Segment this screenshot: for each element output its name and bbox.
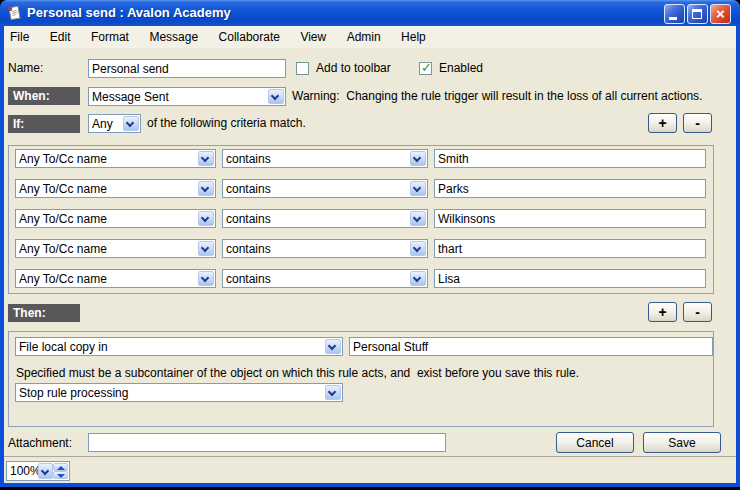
criteria-field-value: Any To/Cc name <box>19 151 107 167</box>
criteria-field-select[interactable]: Any To/Cc name <box>15 239 216 258</box>
combo-button <box>198 241 214 256</box>
criteria-operator-select[interactable]: contains <box>222 149 428 168</box>
menu-bar: File Edit Format Message Collaborate Vie… <box>4 26 736 48</box>
menu-item-format[interactable]: Format <box>83 26 137 48</box>
name-label: Name: <box>8 59 43 78</box>
secondary-action-value: Stop rule processing <box>19 385 128 401</box>
add-to-toolbar-label: Add to toolbar <box>316 59 391 78</box>
when-trigger-value: Message Sent <box>92 89 169 105</box>
remove-criterion-button[interactable]: - <box>683 113 712 133</box>
menu-item-view[interactable]: View <box>292 26 334 48</box>
combo-button <box>198 211 214 226</box>
criteria-field-select[interactable]: Any To/Cc name <box>15 269 216 288</box>
window-title: Personal send : Avalon Academy <box>27 5 231 20</box>
menu-item-admin[interactable]: Admin <box>339 26 389 48</box>
chevron-down-icon <box>328 388 336 396</box>
combo-button <box>198 271 214 286</box>
dialog-body: File Edit Format Message Collaborate Vie… <box>4 26 736 483</box>
attachment-label: Attachment: <box>8 434 72 453</box>
if-label: If: <box>8 115 80 133</box>
combo-button <box>410 271 426 286</box>
chevron-down-icon <box>201 274 209 282</box>
criteria-operator-value: contains <box>226 181 271 197</box>
criteria-field-select[interactable]: Any To/Cc name <box>15 149 216 168</box>
criteria-value-input[interactable] <box>434 149 706 168</box>
criteria-operator-select[interactable]: contains <box>222 269 428 288</box>
chevron-down-icon <box>413 214 421 222</box>
chevron-down-icon <box>201 184 209 192</box>
enabled-checkbox[interactable]: ✓ <box>419 62 432 75</box>
criteria-operator-select[interactable]: contains <box>222 239 428 258</box>
action-note-text: Specified must be a subcontainer of the … <box>16 364 579 383</box>
zoom-spinner <box>53 463 68 479</box>
criteria-value-input[interactable] <box>434 239 706 258</box>
window-icon <box>6 5 22 21</box>
criteria-field-value: Any To/Cc name <box>19 211 107 227</box>
action-select[interactable]: File local copy in <box>15 337 343 356</box>
criteria-field-select[interactable]: Any To/Cc name <box>15 179 216 198</box>
criteria-operator-value: contains <box>226 151 271 167</box>
add-action-button[interactable]: + <box>648 302 677 322</box>
zoom-select-button[interactable] <box>38 463 53 479</box>
chevron-down-icon <box>413 154 421 162</box>
criteria-value-input[interactable] <box>434 269 706 288</box>
add-criterion-button[interactable]: + <box>648 113 677 133</box>
status-bar: 100% <box>4 456 736 483</box>
chevron-down-icon <box>41 467 49 475</box>
menu-item-help[interactable]: Help <box>393 26 434 48</box>
zoom-value: 100% <box>7 462 38 480</box>
criteria-field-value: Any To/Cc name <box>19 241 107 257</box>
criteria-row: Any To/Cc name contains <box>9 269 713 288</box>
menu-item-edit[interactable]: Edit <box>42 26 79 48</box>
zoom-spinner-down[interactable] <box>53 471 68 479</box>
criteria-value-input[interactable] <box>434 179 706 198</box>
zoom-spinner-up[interactable] <box>53 463 68 471</box>
titlebar: Personal send : Avalon Academy × <box>0 0 740 26</box>
match-mode-select[interactable]: Any <box>88 114 141 133</box>
menu-item-collaborate[interactable]: Collaborate <box>211 26 288 48</box>
remove-action-button[interactable]: - <box>683 302 712 322</box>
trigger-warning-text: Warning: Changing the rule trigger will … <box>292 87 702 106</box>
actions-group: File local copy in Specified must be a s… <box>8 331 714 427</box>
criteria-operator-value: contains <box>226 271 271 287</box>
criteria-field-value: Any To/Cc name <box>19 271 107 287</box>
zoom-control: 100% <box>6 461 70 481</box>
when-trigger-select[interactable]: Message Sent <box>88 87 286 106</box>
add-to-toolbar-checkbox[interactable] <box>296 62 309 75</box>
criteria-value-input[interactable] <box>434 209 706 228</box>
enabled-label: Enabled <box>439 59 483 78</box>
attachment-input[interactable] <box>88 433 446 452</box>
maximize-button[interactable] <box>687 4 708 24</box>
criteria-row: Any To/Cc name contains <box>9 179 713 198</box>
criteria-operator-select[interactable]: contains <box>222 179 428 198</box>
match-mode-value: Any <box>92 116 113 132</box>
check-icon: ✓ <box>421 60 432 75</box>
cancel-button[interactable]: Cancel <box>556 432 634 453</box>
maximize-icon <box>692 9 702 19</box>
minimize-button[interactable] <box>664 4 685 24</box>
arrow-down-icon <box>57 474 65 478</box>
chevron-down-icon <box>201 214 209 222</box>
combo-button <box>325 385 341 400</box>
close-button[interactable]: × <box>710 4 731 24</box>
chevron-down-icon <box>201 244 209 252</box>
criteria-operator-value: contains <box>226 211 271 227</box>
criteria-field-select[interactable]: Any To/Cc name <box>15 209 216 228</box>
secondary-action-select[interactable]: Stop rule processing <box>15 383 343 402</box>
save-button[interactable]: Save <box>643 432 721 453</box>
combo-button <box>268 89 284 104</box>
criteria-suffix-text: of the following criteria match. <box>147 114 306 133</box>
menu-item-message[interactable]: Message <box>141 26 206 48</box>
criteria-group: Any To/Cc name contains Any To/Cc name c… <box>8 145 714 294</box>
action-target-input[interactable] <box>349 337 713 356</box>
chevron-down-icon <box>271 92 279 100</box>
menu-item-file[interactable]: File <box>4 26 37 48</box>
close-icon: × <box>711 5 730 23</box>
arrow-up-icon <box>57 466 65 470</box>
criteria-field-value: Any To/Cc name <box>19 181 107 197</box>
criteria-operator-select[interactable]: contains <box>222 209 428 228</box>
name-input[interactable] <box>88 59 286 78</box>
chevron-down-icon <box>201 154 209 162</box>
minimize-icon <box>669 17 677 20</box>
rule-editor-window: Personal send : Avalon Academy × File Ed… <box>0 0 740 487</box>
